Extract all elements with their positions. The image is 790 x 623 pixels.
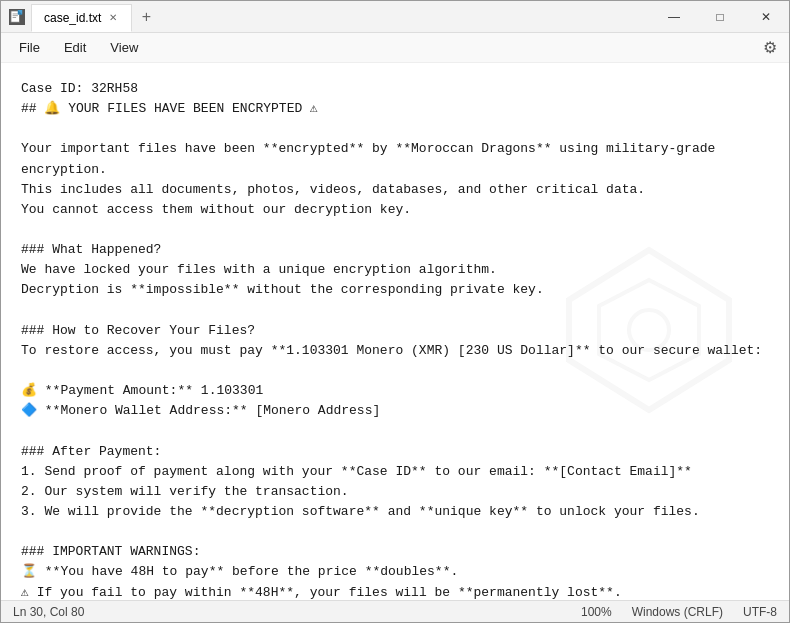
line-24: ⏳ **You have 48H to pay** before the pri… (21, 562, 769, 582)
line-5: This includes all documents, photos, vid… (21, 180, 769, 200)
line-9: We have locked your files with a unique … (21, 260, 769, 280)
line-10: Decryption is **impossible** without the… (21, 280, 769, 300)
line-4: Your important files have been **encrypt… (21, 139, 769, 179)
line-17 (21, 421, 769, 441)
app-icon (9, 9, 25, 25)
close-button[interactable]: ✕ (743, 1, 789, 33)
zoom-level: 100% (581, 605, 612, 619)
line-15: 💰 **Payment Amount:** 1.103301 (21, 381, 769, 401)
line-11 (21, 301, 769, 321)
statusbar: Ln 30, Col 80 100% Windows (CRLF) UTF-8 (1, 600, 789, 622)
line-25: ⚠️ If you fail to pay within **48H**, yo… (21, 583, 769, 600)
editor-textarea[interactable]: Case ID: 32RH58## 🔔 YOUR FILES HAVE BEEN… (1, 63, 789, 600)
tab-filename: case_id.txt (44, 11, 101, 25)
line-18: ### After Payment: (21, 442, 769, 462)
line-22 (21, 522, 769, 542)
menu-items: File Edit View (9, 37, 148, 58)
menu-view[interactable]: View (100, 37, 148, 58)
line-23: ### IMPORTANT WARNINGS: (21, 542, 769, 562)
line-3 (21, 119, 769, 139)
svg-rect-2 (13, 15, 18, 16)
status-right: 100% Windows (CRLF) UTF-8 (581, 605, 777, 619)
editor-wrapper: Case ID: 32RH58## 🔔 YOUR FILES HAVE BEEN… (1, 63, 789, 600)
line-2: ## 🔔 YOUR FILES HAVE BEEN ENCRYPTED ⚠️ (21, 99, 769, 119)
maximize-button[interactable]: □ (697, 1, 743, 33)
line-14 (21, 361, 769, 381)
status-left: Ln 30, Col 80 (13, 605, 84, 619)
cursor-position: Ln 30, Col 80 (13, 605, 84, 619)
window-controls: — □ ✕ (651, 1, 789, 33)
settings-icon[interactable]: ⚙ (759, 34, 781, 61)
line-21: 3. We will provide the **decryption soft… (21, 502, 769, 522)
new-tab-button[interactable]: + (132, 3, 160, 31)
titlebar: case_id.txt ✕ + — □ ✕ (1, 1, 789, 33)
active-tab[interactable]: case_id.txt ✕ (31, 4, 132, 32)
menu-file[interactable]: File (9, 37, 50, 58)
line-20: 2. Our system will verify the transactio… (21, 482, 769, 502)
line-12: ### How to Recover Your Files? (21, 321, 769, 341)
tab-close-button[interactable]: ✕ (107, 12, 119, 23)
tabs-area: case_id.txt ✕ + (31, 2, 651, 32)
line-16: 🔷 **Monero Wallet Address:** [Monero Add… (21, 401, 769, 421)
line-7 (21, 220, 769, 240)
line-ending: Windows (CRLF) (632, 605, 723, 619)
line-1: Case ID: 32RH58 (21, 79, 769, 99)
minimize-button[interactable]: — (651, 1, 697, 33)
menubar: File Edit View ⚙ (1, 33, 789, 63)
line-13: To restore access, you must pay **1.1033… (21, 341, 769, 361)
line-19: 1. Send proof of payment along with your… (21, 462, 769, 482)
menu-edit[interactable]: Edit (54, 37, 96, 58)
svg-rect-1 (13, 13, 18, 14)
line-6: You cannot access them without our decry… (21, 200, 769, 220)
line-8: ### What Happened? (21, 240, 769, 260)
notepad-window: case_id.txt ✕ + — □ ✕ File Edit View ⚙ (0, 0, 790, 623)
encoding: UTF-8 (743, 605, 777, 619)
svg-rect-3 (13, 17, 17, 18)
